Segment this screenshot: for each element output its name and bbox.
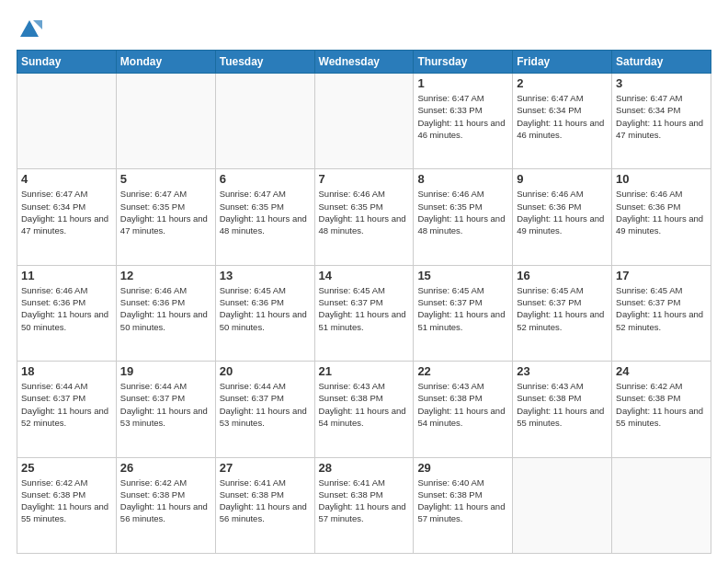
day-info: Sunrise: 6:45 AM Sunset: 6:37 PM Dayligh… <box>417 284 508 333</box>
calendar-header-row: SundayMondayTuesdayWednesdayThursdayFrid… <box>17 51 711 74</box>
calendar-day-header: Thursday <box>414 51 513 74</box>
calendar-cell: 28Sunrise: 6:41 AM Sunset: 6:38 PM Dayli… <box>314 457 414 553</box>
calendar-cell: 22Sunrise: 6:43 AM Sunset: 6:38 PM Dayli… <box>414 362 513 457</box>
day-info: Sunrise: 6:47 AM Sunset: 6:34 PM Dayligh… <box>517 92 608 141</box>
calendar-cell: 16Sunrise: 6:45 AM Sunset: 6:37 PM Dayli… <box>513 265 612 361</box>
calendar-cell <box>215 74 314 169</box>
day-number: 19 <box>120 364 211 378</box>
calendar-cell <box>513 457 612 553</box>
logo-icon <box>17 17 42 42</box>
calendar-cell: 19Sunrise: 6:44 AM Sunset: 6:37 PM Dayli… <box>116 362 215 457</box>
day-number: 4 <box>21 172 112 186</box>
calendar-week-row: 25Sunrise: 6:42 AM Sunset: 6:38 PM Dayli… <box>17 457 711 553</box>
day-number: 13 <box>220 269 311 282</box>
day-number: 12 <box>120 269 211 282</box>
calendar-week-row: 1Sunrise: 6:47 AM Sunset: 6:33 PM Daylig… <box>17 74 711 169</box>
day-info: Sunrise: 6:46 AM Sunset: 6:36 PM Dayligh… <box>517 188 608 236</box>
calendar-cell: 12Sunrise: 6:46 AM Sunset: 6:36 PM Dayli… <box>116 265 215 361</box>
calendar-cell: 15Sunrise: 6:45 AM Sunset: 6:37 PM Dayli… <box>414 265 513 361</box>
calendar-cell: 10Sunrise: 6:46 AM Sunset: 6:36 PM Dayli… <box>612 169 711 265</box>
calendar-cell: 5Sunrise: 6:47 AM Sunset: 6:35 PM Daylig… <box>116 169 215 265</box>
day-info: Sunrise: 6:46 AM Sunset: 6:36 PM Dayligh… <box>616 188 707 236</box>
calendar-cell: 13Sunrise: 6:45 AM Sunset: 6:36 PM Dayli… <box>215 265 314 361</box>
calendar-cell: 14Sunrise: 6:45 AM Sunset: 6:37 PM Dayli… <box>314 265 414 361</box>
day-info: Sunrise: 6:44 AM Sunset: 6:37 PM Dayligh… <box>120 380 211 429</box>
day-info: Sunrise: 6:41 AM Sunset: 6:38 PM Dayligh… <box>319 477 410 525</box>
day-number: 8 <box>417 172 508 186</box>
calendar-cell: 8Sunrise: 6:46 AM Sunset: 6:35 PM Daylig… <box>414 169 513 265</box>
day-info: Sunrise: 6:46 AM Sunset: 6:36 PM Dayligh… <box>21 284 112 333</box>
day-number: 10 <box>616 172 707 186</box>
day-info: Sunrise: 6:43 AM Sunset: 6:38 PM Dayligh… <box>319 380 410 429</box>
calendar-week-row: 11Sunrise: 6:46 AM Sunset: 6:36 PM Dayli… <box>17 265 711 361</box>
calendar-cell: 18Sunrise: 6:44 AM Sunset: 6:37 PM Dayli… <box>17 362 117 457</box>
day-info: Sunrise: 6:47 AM Sunset: 6:34 PM Dayligh… <box>21 188 112 236</box>
day-info: Sunrise: 6:46 AM Sunset: 6:36 PM Dayligh… <box>120 284 211 333</box>
day-number: 18 <box>21 364 112 378</box>
calendar-cell: 27Sunrise: 6:41 AM Sunset: 6:38 PM Dayli… <box>215 457 314 553</box>
day-info: Sunrise: 6:40 AM Sunset: 6:38 PM Dayligh… <box>417 477 508 525</box>
calendar-day-header: Monday <box>116 51 215 74</box>
svg-marker-1 <box>33 20 42 29</box>
day-info: Sunrise: 6:41 AM Sunset: 6:38 PM Dayligh… <box>220 477 311 525</box>
day-number: 11 <box>21 269 112 282</box>
day-number: 27 <box>220 461 311 475</box>
calendar-week-row: 18Sunrise: 6:44 AM Sunset: 6:37 PM Dayli… <box>17 362 711 457</box>
day-number: 23 <box>517 364 608 378</box>
calendar-cell: 23Sunrise: 6:43 AM Sunset: 6:38 PM Dayli… <box>513 362 612 457</box>
day-info: Sunrise: 6:47 AM Sunset: 6:35 PM Dayligh… <box>120 188 211 236</box>
day-number: 20 <box>220 364 311 378</box>
day-number: 16 <box>517 269 608 282</box>
day-number: 6 <box>220 172 311 186</box>
calendar-cell: 7Sunrise: 6:46 AM Sunset: 6:35 PM Daylig… <box>314 169 414 265</box>
calendar-cell <box>314 74 414 169</box>
day-info: Sunrise: 6:44 AM Sunset: 6:37 PM Dayligh… <box>220 380 311 429</box>
day-number: 5 <box>120 172 211 186</box>
calendar-cell: 4Sunrise: 6:47 AM Sunset: 6:34 PM Daylig… <box>17 169 117 265</box>
calendar-week-row: 4Sunrise: 6:47 AM Sunset: 6:34 PM Daylig… <box>17 169 711 265</box>
calendar-cell: 20Sunrise: 6:44 AM Sunset: 6:37 PM Dayli… <box>215 362 314 457</box>
calendar-cell: 9Sunrise: 6:46 AM Sunset: 6:36 PM Daylig… <box>513 169 612 265</box>
calendar-day-header: Sunday <box>17 51 117 74</box>
calendar-cell <box>612 457 711 553</box>
day-info: Sunrise: 6:47 AM Sunset: 6:34 PM Dayligh… <box>616 92 707 141</box>
calendar-cell: 29Sunrise: 6:40 AM Sunset: 6:38 PM Dayli… <box>414 457 513 553</box>
day-number: 25 <box>21 461 112 475</box>
day-info: Sunrise: 6:45 AM Sunset: 6:37 PM Dayligh… <box>616 284 707 333</box>
day-number: 24 <box>616 364 707 378</box>
day-info: Sunrise: 6:46 AM Sunset: 6:35 PM Dayligh… <box>319 188 410 236</box>
day-info: Sunrise: 6:43 AM Sunset: 6:38 PM Dayligh… <box>417 380 508 429</box>
calendar-cell: 21Sunrise: 6:43 AM Sunset: 6:38 PM Dayli… <box>314 362 414 457</box>
day-number: 14 <box>319 269 410 282</box>
calendar-cell: 6Sunrise: 6:47 AM Sunset: 6:35 PM Daylig… <box>215 169 314 265</box>
day-number: 1 <box>417 76 508 90</box>
day-number: 29 <box>417 461 508 475</box>
day-info: Sunrise: 6:42 AM Sunset: 6:38 PM Dayligh… <box>120 477 211 525</box>
day-info: Sunrise: 6:44 AM Sunset: 6:37 PM Dayligh… <box>21 380 112 429</box>
logo <box>17 17 46 42</box>
day-number: 28 <box>319 461 410 475</box>
day-number: 17 <box>616 269 707 282</box>
day-info: Sunrise: 6:43 AM Sunset: 6:38 PM Dayligh… <box>517 380 608 429</box>
day-info: Sunrise: 6:47 AM Sunset: 6:35 PM Dayligh… <box>220 188 311 236</box>
calendar-cell: 1Sunrise: 6:47 AM Sunset: 6:33 PM Daylig… <box>414 74 513 169</box>
calendar-day-header: Saturday <box>612 51 711 74</box>
calendar-cell: 25Sunrise: 6:42 AM Sunset: 6:38 PM Dayli… <box>17 457 117 553</box>
day-number: 7 <box>319 172 410 186</box>
calendar-cell: 24Sunrise: 6:42 AM Sunset: 6:38 PM Dayli… <box>612 362 711 457</box>
day-number: 3 <box>616 76 707 90</box>
calendar-cell: 2Sunrise: 6:47 AM Sunset: 6:34 PM Daylig… <box>513 74 612 169</box>
day-info: Sunrise: 6:47 AM Sunset: 6:33 PM Dayligh… <box>417 92 508 141</box>
day-number: 21 <box>319 364 410 378</box>
day-info: Sunrise: 6:45 AM Sunset: 6:36 PM Dayligh… <box>220 284 311 333</box>
calendar-cell <box>116 74 215 169</box>
calendar-day-header: Wednesday <box>314 51 414 74</box>
calendar-day-header: Tuesday <box>215 51 314 74</box>
day-number: 9 <box>517 172 608 186</box>
day-number: 26 <box>120 461 211 475</box>
calendar-day-header: Friday <box>513 51 612 74</box>
day-info: Sunrise: 6:45 AM Sunset: 6:37 PM Dayligh… <box>319 284 410 333</box>
day-number: 22 <box>417 364 508 378</box>
calendar-cell: 26Sunrise: 6:42 AM Sunset: 6:38 PM Dayli… <box>116 457 215 553</box>
calendar-cell: 3Sunrise: 6:47 AM Sunset: 6:34 PM Daylig… <box>612 74 711 169</box>
